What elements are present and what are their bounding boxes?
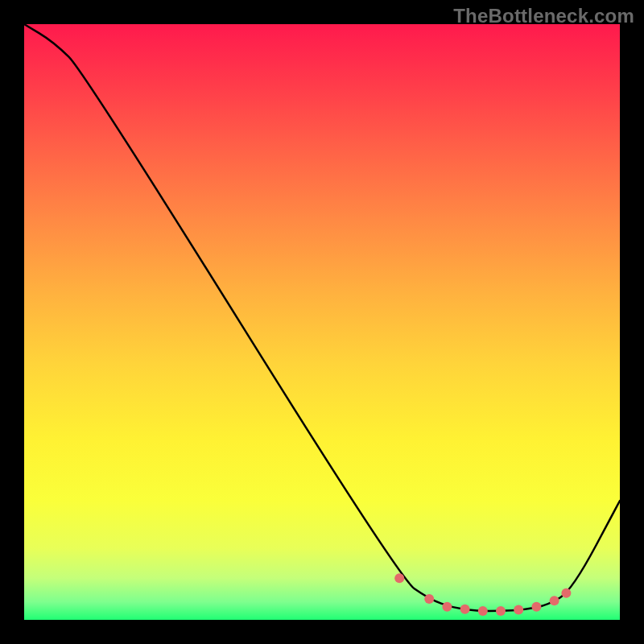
marker-dot [424, 594, 434, 604]
marker-dot [496, 606, 506, 616]
watermark-text: TheBottleneck.com [453, 5, 634, 27]
marker-dot [442, 602, 452, 612]
marker-dot [561, 588, 571, 598]
marker-dot [478, 606, 488, 616]
chart-frame: TheBottleneck.com [0, 0, 644, 644]
marker-dot [394, 573, 404, 583]
marker-dot [514, 605, 523, 614]
marker-dot [460, 605, 470, 614]
marker-dot [531, 602, 541, 612]
marker-group [394, 573, 571, 616]
marker-dot [550, 596, 559, 605]
plot-area [24, 24, 620, 620]
bottleneck-curve [24, 24, 620, 611]
chart-svg [24, 24, 620, 620]
